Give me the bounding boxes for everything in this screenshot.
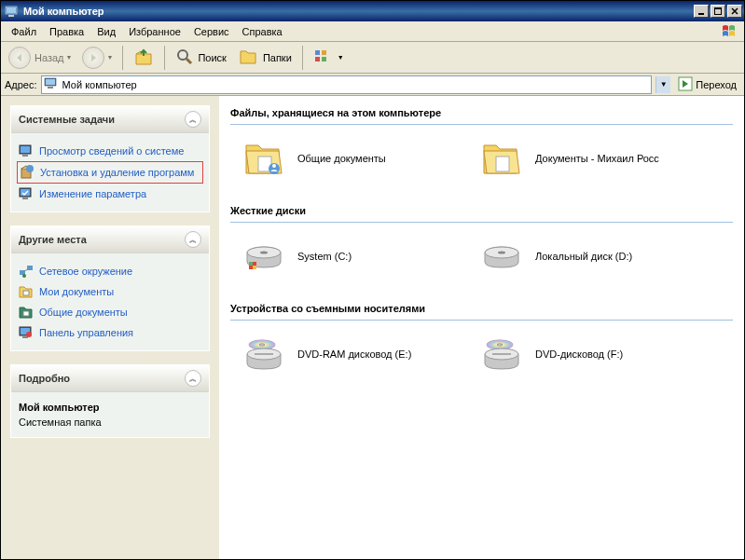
task-add-remove-programs[interactable]: Установка и удаление программ (17, 161, 203, 184)
item-user-documents[interactable]: Документы - Михаил Росс (477, 134, 697, 183)
svg-rect-37 (496, 157, 509, 171)
back-label: Назад (34, 52, 64, 63)
sidebar: Системные задачи ︽ Просмотр сведений о с… (1, 96, 219, 559)
svg-rect-10 (315, 57, 320, 61)
item-disk-c[interactable]: System (C:) (240, 232, 459, 280)
item-disk-d[interactable]: Локальный диск (D:) (477, 232, 697, 280)
up-button[interactable] (129, 45, 159, 71)
menubar: Файл Правка Вид Избранное Сервис Справка (1, 21, 744, 42)
separator (302, 46, 303, 70)
folders-label: Папки (263, 52, 292, 63)
views-button[interactable]: ▼ (309, 47, 349, 69)
svg-point-26 (22, 274, 26, 278)
folders-icon (239, 48, 259, 68)
place-label: Общие документы (39, 307, 128, 318)
panel-title: Другие места (19, 234, 87, 245)
computer-icon (44, 77, 59, 92)
svg-rect-5 (714, 7, 722, 9)
separator (122, 46, 123, 70)
item-label: DVD-дисковод (F:) (535, 348, 623, 360)
separator (164, 46, 165, 70)
computer-icon (5, 6, 20, 18)
panel-body: Мой компьютер Системная папка (11, 392, 209, 437)
menu-file[interactable]: Файл (5, 24, 43, 39)
items-grid-disks: System (C:) Локальный диск (D:) (230, 232, 733, 280)
chevron-up-icon: ︽ (185, 111, 201, 128)
menu-favorites[interactable]: Избранное (122, 24, 187, 39)
search-button[interactable]: Поиск (171, 46, 230, 70)
folder-docs-icon (19, 284, 34, 299)
windows-flag-icon (721, 23, 741, 40)
task-label: Установка и удаление программ (40, 167, 194, 178)
svg-rect-42 (249, 262, 253, 266)
item-shared-documents[interactable]: Общие документы (240, 134, 459, 183)
panel-title: Системные задачи (19, 114, 115, 125)
panel-header-system-tasks[interactable]: Системные задачи ︽ (11, 106, 209, 133)
chevron-down-icon: ▼ (338, 54, 344, 61)
content-area: Системные задачи ︽ Просмотр сведений о с… (1, 96, 744, 559)
go-button[interactable]: Переход (674, 75, 740, 95)
chevron-up-icon: ︽ (185, 231, 201, 248)
monitor-check-icon (19, 186, 34, 201)
svg-rect-28 (23, 291, 29, 295)
place-label: Панель управления (39, 327, 133, 338)
forward-button[interactable]: ▼ (78, 45, 117, 71)
svg-rect-43 (253, 266, 256, 269)
titlebar: Мой компьютер (1, 1, 744, 21)
panel-body: Сетевое окружение Мои документы Общие до… (11, 253, 209, 350)
svg-rect-29 (23, 311, 29, 316)
address-dropdown[interactable]: ▼ (655, 76, 670, 93)
addressbar: Адрес: Мой компьютер ▼ Переход (1, 74, 744, 96)
folder-large-icon (241, 136, 286, 181)
svg-line-7 (186, 59, 191, 63)
address-value: Мой компьютер (62, 79, 137, 90)
place-label: Сетевое окружение (39, 266, 132, 277)
item-dvd-ram-e[interactable]: DVD-RAM дисковод (E:) (240, 330, 459, 378)
search-icon (175, 48, 194, 68)
chevron-down-icon: ▼ (106, 54, 113, 61)
hdd-icon (479, 234, 524, 279)
place-shared-documents[interactable]: Общие документы (17, 302, 203, 322)
menu-tools[interactable]: Сервис (187, 24, 236, 39)
svg-point-20 (26, 165, 34, 172)
panel-title: Подробно (19, 373, 70, 384)
svg-point-40 (260, 252, 268, 254)
detail-type: Системная папка (17, 415, 203, 430)
back-button[interactable]: Назад ▼ (5, 45, 76, 71)
task-label: Изменение параметра (39, 188, 146, 199)
panel-system-tasks: Системные задачи ︽ Просмотр сведений о с… (10, 105, 210, 212)
monitor-info-icon (19, 143, 34, 158)
svg-rect-9 (322, 50, 326, 55)
maximize-button[interactable] (711, 5, 725, 18)
folder-large-icon (479, 136, 524, 181)
network-icon (19, 264, 34, 279)
item-dvd-f[interactable]: DVD-дисковод (F:) (477, 330, 697, 378)
svg-point-36 (272, 164, 276, 168)
menu-help[interactable]: Справка (236, 24, 289, 39)
svg-rect-56 (492, 353, 511, 355)
items-grid-files: Общие документы Документы - Михаил Росс (230, 134, 733, 183)
svg-rect-14 (48, 87, 53, 89)
menu-view[interactable]: Вид (90, 24, 122, 39)
place-network[interactable]: Сетевое окружение (17, 261, 203, 281)
go-label: Переход (696, 79, 737, 90)
dvd-drive-icon (479, 332, 524, 376)
panel-body: Просмотр сведений о системе Установка и … (11, 133, 209, 212)
task-system-info[interactable]: Просмотр сведений о системе (17, 141, 203, 161)
menu-edit[interactable]: Правка (43, 24, 90, 39)
panel-header-other-places[interactable]: Другие места ︽ (11, 226, 209, 253)
folders-button[interactable]: Папки (234, 46, 297, 70)
svg-rect-8 (315, 50, 320, 55)
svg-rect-13 (46, 79, 55, 85)
minimize-button[interactable] (694, 5, 709, 18)
panel-header-details[interactable]: Подробно ︽ (11, 365, 209, 392)
item-label: DVD-RAM дисковод (E:) (297, 348, 411, 360)
chevron-up-icon: ︽ (185, 370, 201, 387)
address-field[interactable]: Мой компьютер (41, 75, 653, 94)
place-control-panel[interactable]: Панель управления (17, 322, 203, 343)
close-button[interactable] (727, 5, 742, 18)
svg-rect-18 (22, 155, 28, 157)
task-change-setting[interactable]: Изменение параметра (17, 184, 203, 204)
box-programs-icon (20, 165, 34, 180)
place-my-documents[interactable]: Мои документы (17, 281, 203, 302)
